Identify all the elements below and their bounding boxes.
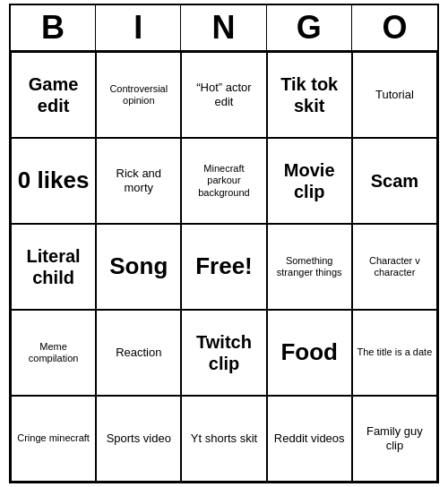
bingo-cell-text-10: Literal child (15, 245, 91, 288)
bingo-cell-6[interactable]: Rick and morty (96, 138, 181, 224)
bingo-cell-10[interactable]: Literal child (11, 224, 96, 310)
bingo-cell-text-9: Scam (371, 170, 418, 192)
header-letter-g: G (267, 5, 352, 50)
bingo-cell-9[interactable]: Scam (352, 138, 437, 224)
header-letter-o: O (352, 5, 437, 50)
bingo-cell-text-18: Food (280, 338, 338, 366)
bingo-cell-text-24: Family guy clip (357, 424, 433, 452)
bingo-grid: Game editControversial opinion“Hot” acto… (11, 52, 437, 482)
bingo-cell-3[interactable]: Tik tok skit (267, 52, 352, 138)
bingo-cell-text-6: Rick and morty (100, 167, 177, 194)
bingo-cell-12[interactable]: Free! (181, 224, 266, 310)
bingo-cell-text-0: Game edit (15, 73, 91, 116)
bingo-cell-21[interactable]: Sports video (96, 396, 181, 482)
bingo-cell-13[interactable]: Something stranger things (267, 224, 352, 310)
bingo-cell-11[interactable]: Song (96, 224, 181, 310)
bingo-cell-text-4: Tutorial (375, 88, 414, 102)
bingo-cell-14[interactable]: Character v character (352, 224, 437, 310)
bingo-cell-24[interactable]: Family guy clip (352, 396, 437, 482)
bingo-cell-17[interactable]: Twitch clip (181, 310, 266, 396)
bingo-cell-16[interactable]: Reaction (96, 310, 181, 396)
bingo-cell-4[interactable]: Tutorial (352, 52, 437, 138)
bingo-cell-22[interactable]: Yt shorts skit (181, 396, 266, 482)
bingo-card: BINGO Game editControversial opinion“Hot… (9, 4, 439, 483)
bingo-cell-text-19: The title is a date (358, 346, 433, 358)
header-letter-i: I (96, 5, 181, 50)
bingo-cell-0[interactable]: Game edit (11, 52, 96, 138)
bingo-cell-text-11: Song (109, 252, 168, 280)
bingo-cell-text-22: Yt shorts skit (191, 431, 257, 446)
bingo-cell-text-1: Controversial opinion (100, 83, 177, 107)
bingo-cell-text-5: 0 likes (18, 167, 90, 194)
bingo-cell-15[interactable]: Meme compilation (11, 310, 96, 396)
bingo-cell-7[interactable]: Minecraft parkour background (181, 138, 266, 224)
bingo-cell-20[interactable]: Cringe minecraft (11, 396, 96, 482)
bingo-cell-text-20: Cringe minecraft (17, 432, 90, 444)
bingo-cell-19[interactable]: The title is a date (352, 310, 437, 396)
bingo-cell-23[interactable]: Reddit videos (267, 396, 352, 482)
bingo-cell-text-14: Character v character (357, 255, 433, 278)
bingo-cell-text-15: Meme compilation (15, 341, 91, 364)
bingo-cell-text-17: Twitch clip (185, 331, 262, 374)
bingo-cell-5[interactable]: 0 likes (11, 138, 96, 224)
bingo-cell-text-2: “Hot” actor edit (185, 81, 262, 108)
bingo-cell-text-16: Reaction (116, 346, 161, 360)
bingo-cell-2[interactable]: “Hot” actor edit (181, 52, 266, 138)
bingo-cell-text-13: Something stranger things (271, 255, 348, 278)
bingo-cell-text-23: Reddit videos (274, 431, 345, 446)
bingo-cell-1[interactable]: Controversial opinion (96, 52, 181, 138)
bingo-cell-text-21: Sports video (107, 431, 171, 446)
header-letter-n: N (181, 5, 266, 50)
bingo-cell-8[interactable]: Movie clip (267, 138, 352, 224)
bingo-cell-text-8: Movie clip (271, 159, 348, 202)
bingo-cell-18[interactable]: Food (267, 310, 352, 396)
header-letter-b: B (11, 5, 96, 50)
bingo-cell-text-12: Free! (195, 252, 253, 280)
bingo-cell-text-7: Minecraft parkour background (185, 163, 262, 199)
bingo-cell-text-3: Tik tok skit (271, 73, 348, 116)
bingo-header: BINGO (11, 5, 437, 52)
